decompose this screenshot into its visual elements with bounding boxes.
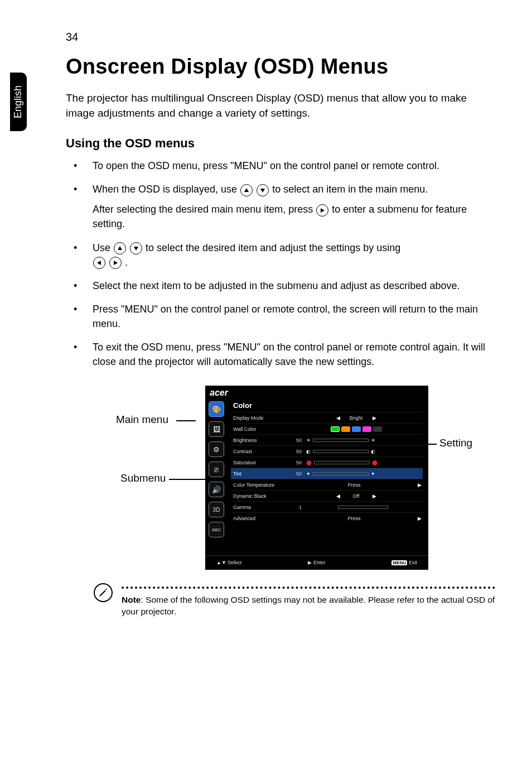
slider[interactable]: [338, 506, 388, 509]
swatch[interactable]: [362, 426, 371, 432]
list-subtext: After selecting the desired main menu it…: [93, 202, 495, 231]
osd-foot-enter: ▶ Enter: [308, 560, 325, 565]
list-text: Use: [93, 242, 113, 253]
tint-low-icon: ✦: [304, 471, 313, 477]
page-number: 34: [66, 31, 78, 44]
osd-row-label: Brightness: [232, 438, 291, 443]
osd-nav-audio-icon[interactable]: 🔊: [209, 482, 224, 497]
up-arrow-icon: [114, 242, 126, 254]
right-arrow-icon: [316, 204, 328, 217]
right-arrow-icon[interactable]: ▶: [418, 516, 422, 521]
note-block: Note: Some of the following OSD settings…: [66, 587, 495, 618]
osd-row-label: Color Temperature: [232, 482, 291, 488]
swatch[interactable]: [352, 426, 361, 432]
osd-section-title: Color: [231, 399, 423, 412]
note-icon: [94, 583, 113, 602]
osd-row-brightness[interactable]: Brightness 50 ☀ ☀: [231, 434, 423, 445]
left-arrow-icon[interactable]: ◀: [336, 415, 340, 421]
callout-main-menu: Main menu: [116, 414, 168, 426]
right-arrow-icon[interactable]: ▶: [418, 482, 422, 488]
contrast-high-icon: ◐: [369, 449, 378, 454]
osd-brand-logo: acer: [205, 386, 428, 399]
left-arrow-icon: [93, 257, 105, 269]
svg-marker-6: [114, 261, 118, 265]
osd-row-dynamic-black[interactable]: Dynamic Black ◀ Off ▶: [231, 490, 423, 501]
svg-marker-3: [118, 246, 122, 250]
osd-row-value: Press: [347, 516, 360, 521]
osd-row-value: 50: [291, 460, 304, 465]
osd-row-contrast[interactable]: Contrast 50 ◐ ◐: [231, 445, 423, 457]
down-arrow-icon: [257, 184, 269, 196]
page-content: Onscreen Display (OSD) Menus The project…: [66, 55, 495, 618]
language-tab: English: [10, 73, 27, 131]
osd-row-value: 50: [291, 449, 304, 454]
osd-row-saturation[interactable]: Saturation 50 ⬤ ⬤: [231, 457, 423, 468]
osd-nav-settings-icon[interactable]: ⚙: [209, 441, 224, 457]
osd-nav-color-icon[interactable]: 🎨: [209, 401, 224, 417]
osd-row-value: 1: [291, 504, 304, 510]
osd-row-advanced[interactable]: Advanced Press ▶: [231, 512, 423, 523]
osd-row-tint[interactable]: Tint 50 ✦ ✦: [231, 468, 423, 479]
note-text: Note: Some of the following OSD settings…: [122, 594, 495, 618]
osd-row-gamma[interactable]: Gamma 1: [231, 501, 423, 512]
right-arrow-icon[interactable]: ▶: [373, 493, 376, 499]
osd-nav-image-icon[interactable]: 🖼: [209, 421, 224, 437]
callout-submenu: Submenu: [120, 472, 166, 484]
page-title: Onscreen Display (OSD) Menus: [66, 55, 495, 79]
left-arrow-icon[interactable]: ◀: [336, 493, 340, 499]
svg-marker-1: [260, 189, 265, 193]
osd-row-value: 50: [291, 438, 304, 443]
instruction-list: To open the OSD menu, press "MENU" on th…: [66, 158, 495, 369]
list-text: to select the desired item and adjust th…: [146, 242, 400, 253]
osd-row-label: Dynamic Black: [232, 493, 291, 499]
osd-row-label: Advanced: [232, 516, 291, 521]
osd-row-value: Off: [342, 493, 370, 499]
slider[interactable]: [313, 450, 369, 453]
osd-row-value: 50: [291, 471, 304, 477]
slider[interactable]: [313, 472, 369, 475]
note-body: : Some of the following OSD settings may…: [122, 595, 495, 616]
list-item: Use to select the desired item and adjus…: [70, 241, 495, 270]
brightness-high-icon: ☀: [369, 438, 378, 443]
osd-nav-language-icon[interactable]: ABC: [209, 522, 224, 537]
language-tab-label: English: [13, 85, 25, 118]
list-text: To exit the OSD menu, press "MENU" on th…: [93, 342, 485, 367]
osd-row-label: Wall Color: [232, 426, 291, 432]
osd-row-label: Contrast: [232, 449, 291, 454]
osd-nav-3d-icon[interactable]: 3D: [209, 502, 224, 517]
list-item: Press "MENU" on the control panel or rem…: [70, 302, 495, 331]
list-item: When the OSD is displayed, use to select…: [70, 182, 495, 231]
osd-row-display-mode[interactable]: Display Mode ◀ Bright ▶: [231, 412, 423, 423]
slider[interactable]: [313, 439, 369, 442]
osd-nav-management-icon[interactable]: ⎚: [209, 462, 224, 477]
swatch[interactable]: [373, 426, 382, 432]
swatch-icon[interactable]: [331, 426, 340, 432]
osd-row-color-temp[interactable]: Color Temperature Press ▶: [231, 479, 423, 490]
contrast-low-icon: ◐: [304, 449, 313, 454]
tint-high-icon: ✦: [369, 471, 378, 477]
list-text: Select the next item to be adjusted in t…: [93, 280, 460, 291]
list-text: .: [125, 257, 128, 268]
svg-marker-0: [244, 188, 249, 192]
saturation-low-icon: ⬤: [304, 460, 314, 465]
down-arrow-icon: [130, 242, 142, 254]
swatch[interactable]: [341, 426, 350, 432]
right-arrow-icon[interactable]: ▶: [373, 415, 376, 421]
svg-marker-4: [134, 247, 138, 251]
slider[interactable]: [314, 461, 370, 464]
osd-row-label: Display Mode: [232, 415, 291, 421]
list-text: When the OSD is displayed, use: [93, 184, 240, 195]
osd-submenu: Color Display Mode ◀ Bright ▶ Wall Color: [228, 399, 428, 555]
saturation-high-icon: ⬤: [370, 460, 380, 465]
callout-line: [176, 420, 196, 421]
divider-dotted: [122, 587, 495, 589]
list-item: Select the next item to be adjusted in t…: [70, 278, 495, 293]
osd-row-wall-color[interactable]: Wall Color: [231, 423, 423, 434]
svg-marker-5: [97, 261, 101, 265]
brightness-low-icon: ☀: [304, 438, 313, 443]
list-text: To open the OSD menu, press "MENU" on th…: [93, 160, 439, 171]
osd-row-label: Gamma: [232, 504, 291, 510]
list-item: To exit the OSD menu, press "MENU" on th…: [70, 340, 495, 369]
note-label: Note: [122, 595, 141, 604]
list-text: to select an item in the main menu.: [272, 184, 428, 195]
